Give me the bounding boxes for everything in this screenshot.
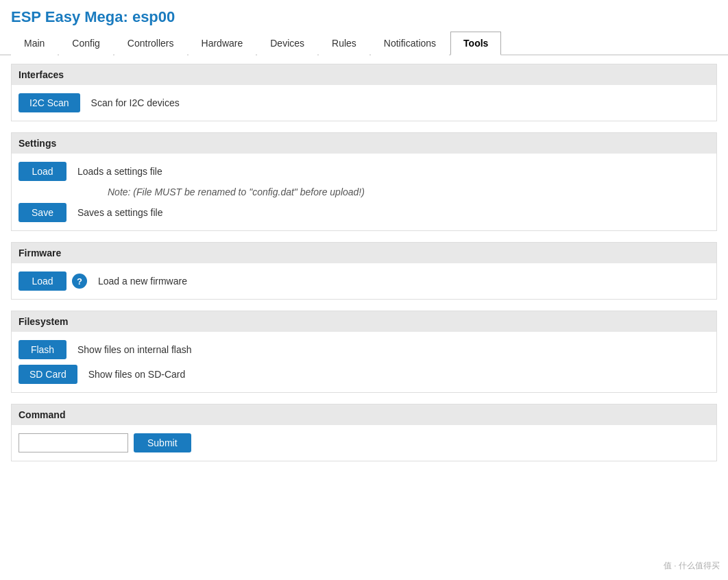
page-wrapper: ESP Easy Mega: esp00 Main Config Control… xyxy=(0,0,728,481)
filesystem-flash-desc: Show files on internal flash xyxy=(77,344,192,355)
settings-load-note: Note: (File MUST be renamed to "config.d… xyxy=(19,186,709,197)
settings-body: Load Loads a settings file Note: (File M… xyxy=(12,154,716,230)
firmware-load-desc: Load a new firmware xyxy=(98,276,187,287)
settings-load-button[interactable]: Load xyxy=(19,162,66,181)
settings-header: Settings xyxy=(12,133,716,154)
tab-hardware[interactable]: Hardware xyxy=(189,32,256,56)
i2c-scan-button[interactable]: I2C Scan xyxy=(19,93,80,112)
command-row: Submit xyxy=(19,433,709,452)
filesystem-header: Filesystem xyxy=(12,311,716,332)
interfaces-body: I2C Scan Scan for I2C devices xyxy=(12,85,716,121)
filesystem-section: Filesystem Flash Show files on internal … xyxy=(11,311,717,393)
tab-tools[interactable]: Tools xyxy=(450,32,501,56)
settings-save-row: Save Saves a settings file xyxy=(19,203,709,222)
filesystem-sdcard-row: SD Card Show files on SD-Card xyxy=(19,365,709,384)
tab-main[interactable]: Main xyxy=(11,32,58,56)
firmware-body: Load ? Load a new firmware xyxy=(12,263,716,299)
settings-section: Settings Load Loads a settings file Note… xyxy=(11,132,717,231)
command-submit-button[interactable]: Submit xyxy=(134,433,191,452)
i2c-scan-row: I2C Scan Scan for I2C devices xyxy=(19,93,709,112)
command-input[interactable] xyxy=(19,433,128,452)
tab-notifications[interactable]: Notifications xyxy=(371,32,449,56)
tab-controllers[interactable]: Controllers xyxy=(114,32,187,56)
settings-save-button[interactable]: Save xyxy=(19,203,66,222)
settings-load-row: Load Loads a settings file xyxy=(19,162,709,181)
tab-rules[interactable]: Rules xyxy=(319,32,369,56)
interfaces-section: Interfaces I2C Scan Scan for I2C devices xyxy=(11,64,717,121)
page-title: ESP Easy Mega: esp00 xyxy=(0,0,728,32)
filesystem-flash-button[interactable]: Flash xyxy=(19,340,66,359)
interfaces-header: Interfaces xyxy=(12,64,716,85)
firmware-load-row: Load ? Load a new firmware xyxy=(19,271,709,291)
command-header: Command xyxy=(12,404,716,425)
tab-config[interactable]: Config xyxy=(59,32,112,56)
settings-save-desc: Saves a settings file xyxy=(77,207,163,218)
filesystem-flash-row: Flash Show files on internal flash xyxy=(19,340,709,359)
command-section: Command Submit xyxy=(11,404,717,461)
filesystem-sdcard-button[interactable]: SD Card xyxy=(19,365,77,384)
filesystem-sdcard-desc: Show files on SD-Card xyxy=(88,369,186,380)
command-body: Submit xyxy=(12,425,716,461)
firmware-help-icon[interactable]: ? xyxy=(72,274,87,289)
settings-load-desc: Loads a settings file xyxy=(77,166,162,177)
filesystem-body: Flash Show files on internal flash SD Ca… xyxy=(12,332,716,392)
firmware-load-button[interactable]: Load xyxy=(19,271,66,291)
i2c-scan-desc: Scan for I2C devices xyxy=(91,97,180,108)
firmware-header: Firmware xyxy=(12,243,716,263)
firmware-section: Firmware Load ? Load a new firmware xyxy=(11,242,717,300)
content-area: Interfaces I2C Scan Scan for I2C devices… xyxy=(0,56,728,481)
tab-devices[interactable]: Devices xyxy=(257,32,317,56)
tabs-bar: Main Config Controllers Hardware Devices… xyxy=(0,32,728,56)
